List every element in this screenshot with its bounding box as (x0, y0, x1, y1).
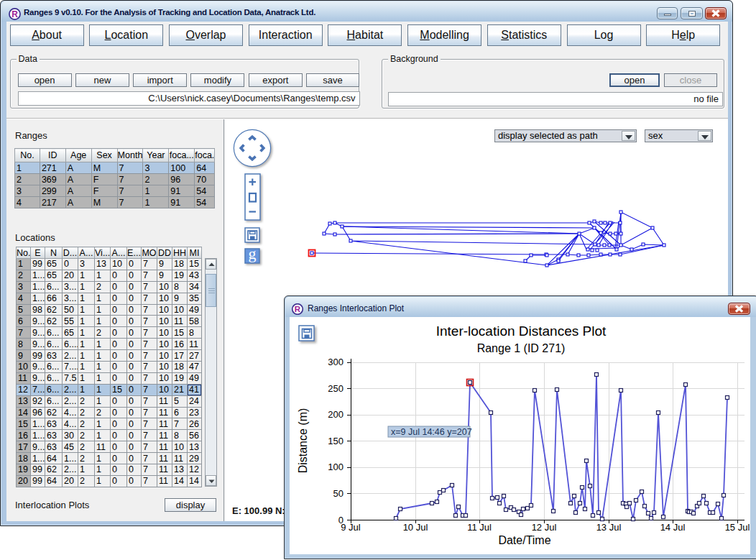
svg-text:10 Jul: 10 Jul (403, 522, 428, 533)
svg-text:14 Jul: 14 Jul (660, 522, 686, 533)
svg-text:50: 50 (333, 488, 344, 499)
svg-text:Inter-location Distances Plot: Inter-location Distances Plot (436, 323, 607, 339)
svg-text:300: 300 (328, 357, 344, 367)
svg-text:12 Jul: 12 Jul (532, 522, 557, 533)
svg-text:200: 200 (328, 409, 344, 420)
svg-text:x=9 Jul 14:46 y=207: x=9 Jul 14:46 y=207 (391, 427, 472, 437)
svg-text:Distance (m): Distance (m) (297, 408, 309, 474)
svg-text:R: R (295, 305, 301, 313)
svg-text:9 Jul: 9 Jul (341, 522, 361, 533)
svg-text:100: 100 (328, 462, 344, 472)
svg-text:Range 1 (ID 271): Range 1 (ID 271) (477, 342, 566, 354)
svg-text:Date/Time: Date/Time (498, 534, 550, 546)
svg-text:250: 250 (328, 383, 344, 394)
svg-text:g: g (249, 244, 257, 262)
svg-text:15 Jul: 15 Jul (725, 522, 750, 533)
svg-text:R: R (11, 9, 18, 19)
svg-text:13 Jul: 13 Jul (596, 522, 622, 533)
svg-text:150: 150 (328, 436, 344, 446)
svg-text:11 Jul: 11 Jul (467, 522, 492, 533)
